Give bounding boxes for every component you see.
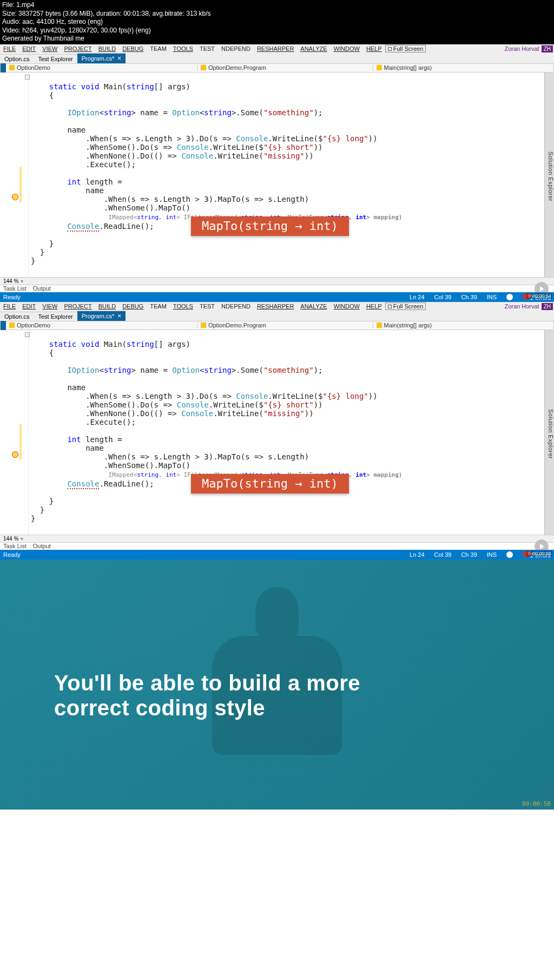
signed-in-user[interactable]: Zoran Horvat [504,45,541,52]
code-area[interactable]: static void Main(string[] args) { IOptio… [29,73,554,277]
frame-timestamp: 00:00:58 [522,800,551,807]
method-icon [377,65,382,70]
menu-resharper[interactable]: RESHARPER [254,45,297,52]
bottom-tool-tabs: Task List Output [0,285,554,292]
meta-video: Video: h264, yuv420p, 1280x720, 30.00 fp… [2,27,552,35]
menu-analyze[interactable]: ANALYZE [297,45,330,52]
menu-edit[interactable]: EDIT [19,303,39,310]
meta-size: Size: 3837257 bytes (3.66 MiB), duration… [2,10,552,18]
csharp-icon [9,323,15,328]
tab-program-cs[interactable]: Program.cs* × [77,311,126,321]
menu-project[interactable]: PROJECT [61,45,95,52]
document-tabs: Option.cs Test Explorer Program.cs* × [0,54,554,63]
zoom-indicator[interactable]: 144 %▾ [0,535,554,542]
visual-studio-window-2: FILE EDIT VIEW PROJECT BUILD DEBUG TEAM … [0,302,554,560]
menu-help[interactable]: HELP [363,303,385,310]
nav-member[interactable]: Main(string[] args) [373,64,553,71]
change-marker [19,424,22,460]
fullscreen-button[interactable]: Full Screen [385,302,426,310]
menu-build[interactable]: BUILD [95,303,119,310]
menu-edit[interactable]: EDIT [19,45,39,52]
fullscreen-icon [388,47,392,51]
promo-headline: You'll be able to build a more correct c… [54,670,360,720]
menu-test[interactable]: TEST [196,303,218,310]
status-ready: Ready [3,551,21,558]
menu-file[interactable]: FILE [0,303,19,310]
code-editor[interactable]: - static void Main(string[] args) { IOpt… [0,330,554,535]
lightbulb-icon[interactable] [12,451,18,458]
menu-ndepend[interactable]: NDEPEND [218,45,254,52]
code-editor[interactable]: - static void Main(string[] args) { IOpt… [0,73,554,277]
meta-generator: Generated by Thumbnail me [2,35,552,43]
menu-debug[interactable]: DEBUG [119,303,147,310]
code-area[interactable]: static void Main(string[] args) { IOptio… [29,330,554,535]
recording-timestamp: 00:00:55 [526,551,552,556]
record-dot-icon [527,294,531,298]
menu-tools[interactable]: TOOLS [170,45,196,52]
menu-analyze[interactable]: ANALYZE [297,303,330,310]
status-bar: Ready Ln 24 Col 39 Ch 39 INS 2 errors 00… [0,550,554,560]
tab-option-cs[interactable]: Option.cs [0,312,34,321]
signed-in-user[interactable]: Zoran Horvat [504,303,541,310]
menu-view[interactable]: VIEW [39,45,61,52]
zoom-indicator[interactable]: 144 %▾ [0,277,554,285]
user-avatar-tag[interactable]: ZH [542,45,553,52]
nav-project[interactable]: OptionDemo [6,64,197,71]
menu-test[interactable]: TEST [196,45,218,52]
nav-class[interactable]: OptionDemo.Program [197,64,373,71]
nav-project[interactable]: OptionDemo [6,322,197,328]
menu-ndepend[interactable]: NDEPEND [218,303,254,310]
status-ins: INS [487,294,497,300]
class-icon [201,323,206,328]
tab-output[interactable]: Output [30,285,54,292]
tab-test-explorer[interactable]: Test Explorer [34,54,77,63]
status-feedback-icon[interactable] [506,551,513,558]
menu-build[interactable]: BUILD [95,45,119,52]
status-col: Col 39 [434,551,452,558]
record-dot-icon [527,551,531,555]
change-marker [19,167,22,202]
meta-audio: Audio: aac, 44100 Hz, stereo (eng) [2,18,552,27]
user-avatar-tag[interactable]: ZH [542,303,553,310]
tab-tasklist[interactable]: Task List [0,285,30,292]
status-col: Col 39 [434,294,452,300]
close-tab-icon[interactable]: × [117,312,121,320]
fullscreen-button[interactable]: Full Screen [385,45,426,52]
lightbulb-icon[interactable] [12,194,18,200]
menu-project[interactable]: PROJECT [61,303,95,310]
menu-debug[interactable]: DEBUG [119,45,147,52]
menu-help[interactable]: HELP [363,45,385,52]
active-tab-indicator [1,321,6,330]
status-feedback-icon[interactable] [506,294,513,300]
tab-output[interactable]: Output [30,543,54,549]
play-icon [540,286,544,292]
status-bar: Ready Ln 24 Col 39 Ch 39 INS 2 errors 00… [0,292,554,302]
recording-timestamp: 00:00:54 [526,293,552,299]
menu-tools[interactable]: TOOLS [170,303,196,310]
close-tab-icon[interactable]: × [117,55,121,62]
solution-explorer-tab[interactable]: Solution Explorer [544,330,554,535]
class-icon [201,65,206,70]
document-tabs: Option.cs Test Explorer Program.cs* × [0,311,554,321]
tab-program-cs[interactable]: Program.cs* × [77,53,126,63]
menu-team[interactable]: TEAM [147,303,170,310]
menu-window[interactable]: WINDOW [331,303,363,310]
tab-test-explorer[interactable]: Test Explorer [34,312,77,321]
solution-explorer-tab[interactable]: Solution Explorer [544,73,554,277]
menu-window[interactable]: WINDOW [331,45,363,52]
code-nav-bar: OptionDemo OptionDemo.Program Main(strin… [0,321,554,330]
tab-tasklist[interactable]: Task List [0,543,30,549]
status-ins: INS [487,551,497,558]
nav-class[interactable]: OptionDemo.Program [197,322,373,328]
status-line: Ln 24 [410,294,425,300]
status-ready: Ready [3,294,21,300]
meta-filename: File: 1.mp4 [2,1,552,10]
tab-option-cs[interactable]: Option.cs [0,54,34,63]
nav-member[interactable]: Main(string[] args) [373,322,553,328]
video-file-metadata: File: 1.mp4 Size: 3837257 bytes (3.66 Mi… [0,0,554,44]
menu-team[interactable]: TEAM [147,45,170,52]
tab-label: Program.cs* [82,313,115,319]
menu-resharper[interactable]: RESHARPER [254,303,297,310]
menu-file[interactable]: FILE [0,45,19,52]
menu-view[interactable]: VIEW [39,303,61,310]
